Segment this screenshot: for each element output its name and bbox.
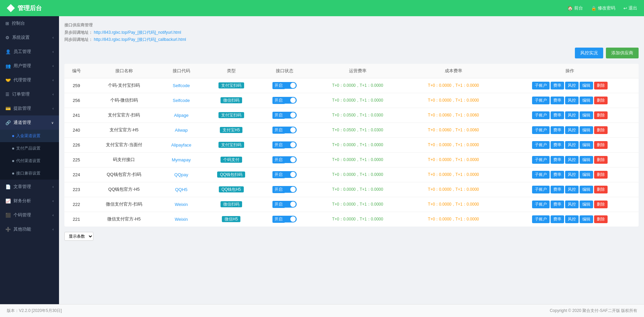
action-del-button[interactable]: 删除 <box>594 82 608 89</box>
table-row: 240 支付宝官方-H5 Aliwap 支付宝H5 开启 T+0：0.0500，… <box>64 123 639 137</box>
action-del-button[interactable]: 删除 <box>594 111 608 119</box>
lock-icon: 🔒 <box>591 6 596 11</box>
cell-id: 225 <box>64 152 88 167</box>
sidebar-label-other: 其他功能 <box>13 226 31 232</box>
cell-cost-rate: T+0：0.0000，T+1：0.0000 <box>406 93 501 108</box>
action-risk-button[interactable]: 风控 <box>565 82 579 89</box>
version-text: 版本：V2.2.0 [2020年5月30日] <box>7 308 62 314</box>
action-rate-button[interactable]: 费率 <box>551 215 564 223</box>
action-risk-button[interactable]: 风控 <box>565 171 579 179</box>
action-edit-button[interactable]: 编辑 <box>580 97 593 104</box>
action-rate-button[interactable]: 费率 <box>551 171 564 179</box>
action-edit-button[interactable]: 编辑 <box>580 171 593 179</box>
action-risk-button[interactable]: 风控 <box>565 156 579 164</box>
action-sub-button[interactable]: 子账户 <box>532 141 550 149</box>
other-icon: ➕ <box>5 227 11 232</box>
sidebar-item-staff[interactable]: 👤 员工管理 ‹ <box>0 45 59 59</box>
action-del-button[interactable]: 删除 <box>594 171 608 179</box>
action-rate-button[interactable]: 费率 <box>551 126 564 134</box>
action-rate-button[interactable]: 费率 <box>551 82 564 89</box>
add-supplier-button[interactable]: 添加供应商 <box>606 48 639 58</box>
header-nav-password[interactable]: 🔒 修改密码 <box>591 5 615 11</box>
risk-monitor-button[interactable]: 风控实况 <box>575 48 603 58</box>
header-nav-logout[interactable]: ↩ 退出 <box>623 5 637 11</box>
action-edit-button[interactable]: 编辑 <box>580 111 593 119</box>
action-edit-button[interactable]: 编辑 <box>580 186 593 193</box>
cell-id: 240 <box>64 123 88 137</box>
col-header-name: 接口名称 <box>88 64 159 78</box>
action-risk-button[interactable]: 风控 <box>565 111 579 119</box>
exit-icon: ↩ <box>623 6 627 11</box>
action-edit-button[interactable]: 编辑 <box>580 82 593 89</box>
sidebar-item-agent[interactable]: 🤝 代理管理 ‹ <box>0 73 59 87</box>
cell-status: 开启 <box>259 108 310 123</box>
action-del-button[interactable]: 删除 <box>594 186 608 193</box>
action-sub-button[interactable]: 子账户 <box>532 97 550 104</box>
action-edit-button[interactable]: 编辑 <box>580 141 593 149</box>
logo-text: 管理后台 <box>18 4 42 12</box>
action-sub-button[interactable]: 子账户 <box>532 82 550 89</box>
sidebar-item-mycode[interactable]: ⬛ 个码管理 ‹ <box>0 208 59 222</box>
sidebar-sub-item-product[interactable]: 支付产品设置 <box>0 142 59 155</box>
sub-dot-income <box>12 135 14 137</box>
sidebar-item-channel[interactable]: 🔗 通道管理 ∨ <box>0 115 59 130</box>
action-del-button[interactable]: 删除 <box>594 156 608 164</box>
action-rate-button[interactable]: 费率 <box>551 156 564 164</box>
action-del-button[interactable]: 删除 <box>594 141 608 149</box>
cell-actions: 子账户 费率 风控 编辑 删除 <box>501 78 639 93</box>
sidebar-sub-item-income[interactable]: 入金渠道设置 <box>0 130 59 142</box>
agent-icon: 🤝 <box>5 78 11 83</box>
sidebar-sub-item-compat[interactable]: 接口兼容设置 <box>0 167 59 180</box>
action-risk-button[interactable]: 风控 <box>565 141 579 149</box>
sidebar-item-other[interactable]: ➕ 其他功能 ‹ <box>0 222 59 236</box>
cell-type: 微信扫码 <box>203 197 259 212</box>
action-rate-button[interactable]: 费率 <box>551 186 564 193</box>
action-rate-button[interactable]: 费率 <box>551 141 564 149</box>
action-sub-button[interactable]: 子账户 <box>532 215 550 223</box>
action-risk-button[interactable]: 风控 <box>565 215 579 223</box>
cell-status: 开启 <box>259 123 310 137</box>
sidebar-item-order[interactable]: ☰ 订单管理 ‹ <box>0 87 59 101</box>
sidebar-item-article[interactable]: 📄 文章管理 ‹ <box>0 180 59 194</box>
action-risk-button[interactable]: 风控 <box>565 201 579 208</box>
action-sub-button[interactable]: 子账户 <box>532 201 550 208</box>
action-edit-button[interactable]: 编辑 <box>580 215 593 223</box>
action-rate-button[interactable]: 费率 <box>551 97 564 104</box>
header-nav-home[interactable]: 🏠 前台 <box>567 5 583 11</box>
page-size-select[interactable]: 显示条数 10 20 50 <box>64 232 93 241</box>
cell-name: QQ钱包官方-扫码 <box>88 167 159 182</box>
async-url-link[interactable]: http://843.rglxc.top/Pay_[接口代码]_notifyur… <box>94 30 181 35</box>
action-sub-button[interactable]: 子账户 <box>532 186 550 193</box>
action-edit-button[interactable]: 编辑 <box>580 126 593 134</box>
action-del-button[interactable]: 删除 <box>594 126 608 134</box>
action-edit-button[interactable]: 编辑 <box>580 201 593 208</box>
cell-actions: 子账户 费率 风控 编辑 删除 <box>501 167 639 182</box>
action-risk-button[interactable]: 风控 <box>565 186 579 193</box>
action-del-button[interactable]: 删除 <box>594 201 608 208</box>
sidebar-item-withdraw[interactable]: 💳 提款管理 ‹ <box>0 101 59 115</box>
col-header-op-rate: 运营费率 <box>310 64 406 78</box>
action-sub-button[interactable]: 子账户 <box>532 126 550 134</box>
sidebar-item-user[interactable]: 👥 用户管理 ‹ <box>0 59 59 73</box>
sidebar-item-dashboard[interactable]: ⊞ 控制台 <box>0 16 59 30</box>
sidebar-sub-item-payment[interactable]: 代付渠道设置 <box>0 155 59 167</box>
cell-cost-rate: T+0：0.0060，T+1：0.0060 <box>406 108 501 123</box>
action-risk-button[interactable]: 风控 <box>565 126 579 134</box>
action-sub-button[interactable]: 子账户 <box>532 156 550 164</box>
action-sub-button[interactable]: 子账户 <box>532 171 550 179</box>
sidebar-item-system[interactable]: ⚙ 系统设置 ‹ <box>0 30 59 45</box>
action-rate-button[interactable]: 费率 <box>551 111 564 119</box>
action-edit-button[interactable]: 编辑 <box>580 156 593 164</box>
cell-status: 开启 <box>259 197 310 212</box>
cell-cost-rate: T+0：0.0000，T+1：0.0000 <box>406 78 501 93</box>
sidebar-item-finance[interactable]: 📈 财务分析 ‹ <box>0 194 59 208</box>
sidebar-label-staff: 员工管理 <box>13 49 31 55</box>
action-rate-button[interactable]: 费率 <box>551 201 564 208</box>
sidebar-label-dashboard: 控制台 <box>12 20 25 26</box>
action-del-button[interactable]: 删除 <box>594 97 608 104</box>
action-del-button[interactable]: 删除 <box>594 215 608 223</box>
action-risk-button[interactable]: 风控 <box>565 97 579 104</box>
sync-url-link[interactable]: http://843.rglxc.top/Pay_[接口代码]_callback… <box>94 37 186 42</box>
cell-type: 支付宝扫码 <box>203 137 259 152</box>
action-sub-button[interactable]: 子账户 <box>532 111 550 119</box>
